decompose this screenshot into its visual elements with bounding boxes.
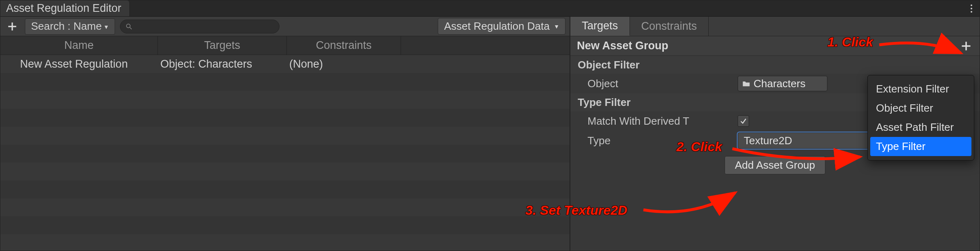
left-pane: Search : Name▼ Asset Regulation Data ▼ N… (0, 17, 570, 251)
window-tab[interactable]: Asset Regulation Editor (0, 0, 130, 16)
window-menu-button[interactable] (963, 0, 980, 16)
filter-menu-item-object[interactable]: Object Filter (868, 99, 974, 118)
search-mode-label: Search : Name (31, 20, 102, 33)
table-body: New Asset Regulation Object: Characters … (0, 55, 570, 251)
type-value: Texture2D (744, 134, 792, 147)
group-title: New Asset Group (577, 40, 668, 52)
titlebar-spacer (130, 0, 963, 16)
object-field[interactable]: Characters (738, 76, 827, 91)
object-filter-header[interactable]: Object Filter (570, 56, 980, 74)
search-input[interactable] (120, 20, 279, 33)
plus-icon (960, 40, 972, 52)
asset-data-dropdown[interactable]: Asset Regulation Data ▼ (438, 18, 565, 35)
window-title: Asset Regulation Editor (6, 2, 121, 15)
plus-icon (7, 21, 18, 32)
table-row[interactable]: New Asset Regulation Object: Characters … (0, 55, 570, 73)
search-mode-dropdown[interactable]: Search : Name▼ (25, 18, 115, 35)
filter-menu-item-type[interactable]: Type Filter (870, 137, 971, 156)
match-derived-checkbox[interactable] (738, 115, 749, 127)
tab-constraints[interactable]: Constraints (630, 17, 709, 36)
search-icon (125, 23, 133, 30)
filter-menu-item-asset-path[interactable]: Asset Path Filter (868, 118, 974, 137)
match-derived-label: Match With Derived T (588, 115, 734, 128)
cell-targets: Object: Characters (158, 58, 287, 70)
object-value: Characters (754, 77, 805, 90)
add-filter-button[interactable] (959, 39, 973, 53)
svg-point-2 (126, 24, 130, 28)
type-label: Type (588, 134, 734, 147)
group-header: New Asset Group (570, 36, 980, 56)
kebab-icon (971, 4, 972, 13)
filter-menu-item-extension[interactable]: Extension Filter (868, 79, 974, 99)
asset-data-label: Asset Regulation Data (444, 20, 550, 33)
caret-down-icon: ▼ (554, 23, 559, 30)
tab-targets[interactable]: Targets (570, 17, 630, 36)
column-header-constraints[interactable]: Constraints (287, 36, 401, 55)
folder-icon (742, 80, 750, 87)
window: Asset Regulation Editor Search : Name▼ (0, 0, 980, 251)
caret-down-icon: ▼ (103, 24, 109, 30)
filter-menu: Extension Filter Object Filter Asset Pat… (867, 75, 974, 161)
column-header-name[interactable]: Name (0, 36, 158, 55)
left-toolbar: Search : Name▼ Asset Regulation Data ▼ (0, 17, 570, 36)
cell-name: New Asset Regulation (0, 58, 158, 70)
right-tabs: Targets Constraints (570, 17, 980, 36)
cell-constraints: (None) (287, 58, 401, 70)
add-regulation-button[interactable] (4, 19, 20, 34)
object-label: Object (588, 77, 734, 90)
check-icon (740, 117, 747, 125)
column-header-targets[interactable]: Targets (158, 36, 287, 55)
titlebar: Asset Regulation Editor (0, 0, 980, 17)
column-headers: Name Targets Constraints (0, 36, 570, 55)
svg-line-3 (130, 27, 132, 29)
add-asset-group-button[interactable]: Add Asset Group (725, 156, 825, 174)
